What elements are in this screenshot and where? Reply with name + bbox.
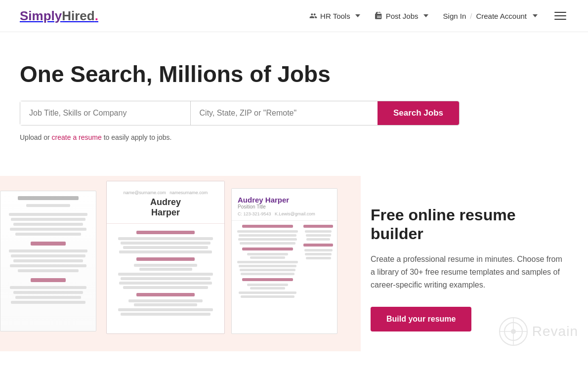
resume-builder-section: name@surname.com namesurname.com AudreyH… bbox=[0, 176, 588, 352]
logo-simply: Simply bbox=[20, 8, 62, 24]
create-account-link[interactable]: Create Account bbox=[476, 12, 527, 20]
job-search-bar: Search Jobs bbox=[20, 101, 460, 125]
site-header: SimplyHired. HR Tools Post Jobs Sign In … bbox=[0, 0, 588, 32]
main-nav: HR Tools Post Jobs Sign In / Create Acco… bbox=[309, 10, 568, 22]
job-search-input[interactable] bbox=[20, 101, 190, 125]
resume-preview-card-2: name@surname.com namesurname.com AudreyH… bbox=[106, 181, 225, 334]
browse-section: Browse SimplyHired bbox=[0, 351, 588, 372]
post-jobs-icon bbox=[375, 12, 383, 20]
hamburger-menu[interactable] bbox=[552, 10, 568, 22]
hamburger-line-3 bbox=[554, 19, 566, 20]
resume-preview-card-1 bbox=[0, 191, 96, 331]
hr-tools-menu[interactable]: HR Tools bbox=[309, 12, 360, 20]
resume-preview-area: name@surname.com namesurname.com AudreyH… bbox=[0, 176, 361, 352]
resume-preview-card-3: Audrey Harper Position Title C: 123-321-… bbox=[231, 188, 337, 334]
resume-hint: Upload or create a resume to easily appl… bbox=[20, 133, 568, 141]
hero-title: One Search, Millions of Jobs bbox=[20, 62, 568, 87]
auth-dropdown-icon bbox=[533, 14, 538, 17]
sign-in-link[interactable]: Sign In bbox=[443, 12, 466, 20]
resume-builder-title: Free online resume builder bbox=[371, 206, 568, 244]
resume-hint-prefix: Upload bbox=[20, 133, 43, 141]
logo-hired: Hired bbox=[62, 8, 94, 24]
hr-tools-icon bbox=[309, 12, 317, 20]
logo-dot: . bbox=[95, 8, 98, 24]
build-resume-button[interactable]: Build your resume bbox=[371, 307, 471, 331]
location-search-input[interactable] bbox=[191, 101, 376, 125]
hamburger-line-1 bbox=[554, 12, 566, 13]
rc2-name: AudreyHarper bbox=[112, 197, 219, 218]
auth-nav: Sign In / Create Account bbox=[443, 12, 538, 20]
post-jobs-dropdown-icon bbox=[423, 14, 428, 17]
hr-tools-dropdown-icon bbox=[355, 14, 360, 17]
site-logo[interactable]: SimplyHired. bbox=[20, 8, 98, 24]
resume-builder-description: Create a professional resume in minutes.… bbox=[371, 253, 568, 291]
hr-tools-label: HR Tools bbox=[320, 12, 350, 20]
rc3-name: Audrey Harper bbox=[238, 196, 331, 204]
revain-watermark: Revain bbox=[499, 317, 578, 346]
revain-text: Revain bbox=[532, 324, 578, 339]
rc2-contact: name@surname.com namesurname.com bbox=[112, 190, 219, 195]
revain-icon bbox=[499, 317, 528, 346]
auth-divider: / bbox=[470, 12, 472, 20]
post-jobs-label: Post Jobs bbox=[386, 12, 419, 20]
rc3-title: Position Title bbox=[238, 204, 331, 209]
resume-hint-suffix: to easily apply to jobs. bbox=[102, 133, 172, 141]
hero-section: One Search, Millions of Jobs Search Jobs… bbox=[0, 32, 588, 161]
svg-point-4 bbox=[511, 329, 516, 334]
resume-hint-or: or bbox=[43, 133, 51, 141]
search-jobs-button[interactable]: Search Jobs bbox=[378, 101, 459, 125]
create-resume-link[interactable]: create a resume bbox=[52, 133, 102, 141]
hamburger-line-2 bbox=[554, 15, 566, 16]
rc3-contact: C: 123-321-9543 K.Lewis@gmail.com bbox=[238, 211, 331, 216]
post-jobs-menu[interactable]: Post Jobs bbox=[375, 12, 428, 20]
